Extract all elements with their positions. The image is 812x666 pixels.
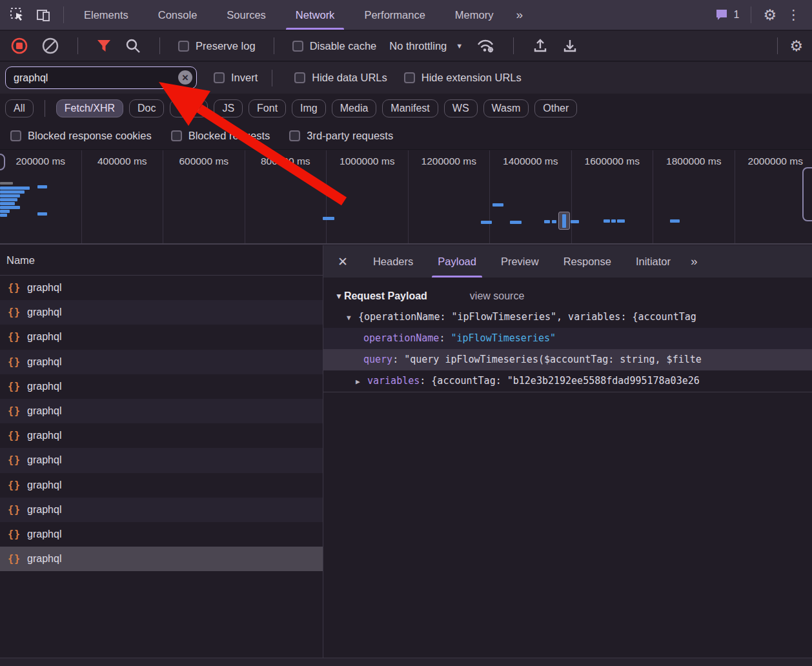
disable-cache-checkbox[interactable]: Disable cache bbox=[292, 40, 377, 52]
preserve-log-checkbox[interactable]: Preserve log bbox=[178, 40, 256, 52]
clear-network-log-icon[interactable] bbox=[41, 37, 59, 55]
throttling-select[interactable]: No throttling ▼ bbox=[389, 40, 463, 52]
detail-tab-payload[interactable]: Payload bbox=[425, 245, 489, 278]
chip-ws[interactable]: WS bbox=[444, 99, 478, 117]
collapse-triangle-icon[interactable]: ▼ bbox=[335, 292, 343, 301]
blocked-requests-checkbox[interactable]: Blocked requests bbox=[171, 130, 270, 142]
checkbox-icon[interactable] bbox=[214, 72, 225, 83]
filter-funnel-icon[interactable] bbox=[96, 39, 112, 53]
overview-handle-left[interactable] bbox=[0, 154, 5, 170]
tab-console[interactable]: Console bbox=[143, 0, 212, 30]
tab-sources[interactable]: Sources bbox=[212, 0, 281, 30]
detail-tab-initiator[interactable]: Initiator bbox=[624, 245, 683, 278]
overview-handle-right[interactable] bbox=[802, 167, 812, 221]
filter-input[interactable] bbox=[5, 66, 197, 89]
import-har-icon[interactable] bbox=[532, 37, 549, 54]
tab-memory[interactable]: Memory bbox=[440, 0, 509, 30]
request-row[interactable]: {}graphql bbox=[0, 473, 323, 498]
divider bbox=[777, 37, 778, 54]
checkbox-icon[interactable] bbox=[171, 130, 182, 141]
payload-row[interactable]: query: "query ipFlowTimeseries($accountT… bbox=[323, 349, 812, 370]
chip-font[interactable]: Font bbox=[249, 99, 286, 117]
disable-cache-label: Disable cache bbox=[310, 40, 377, 52]
request-bar bbox=[544, 220, 550, 223]
throttling-value: No throttling bbox=[389, 40, 447, 52]
request-bar bbox=[37, 212, 47, 216]
request-row[interactable]: {}graphql bbox=[0, 498, 323, 522]
payload-row[interactable]: operationName: "ipFlowTimeseries" bbox=[323, 328, 812, 349]
tab-network[interactable]: Network bbox=[281, 0, 350, 30]
request-row[interactable]: {}graphql bbox=[0, 522, 323, 547]
request-name: graphql bbox=[27, 405, 61, 417]
chip-media[interactable]: Media bbox=[332, 99, 377, 117]
request-row[interactable]: {}graphql bbox=[0, 325, 323, 349]
divider bbox=[751, 6, 751, 23]
chip-other[interactable]: Other bbox=[534, 99, 577, 117]
checkbox-icon[interactable] bbox=[294, 72, 305, 83]
payload-view: ▼ Request Payload view source ▼{operatio… bbox=[323, 278, 812, 658]
chip-js[interactable]: JS bbox=[214, 99, 243, 117]
hide-data-urls-checkbox[interactable]: Hide data URLs bbox=[294, 72, 387, 84]
request-row[interactable]: {}graphql bbox=[0, 547, 323, 571]
issues-message-icon[interactable] bbox=[714, 7, 729, 23]
checkbox-icon[interactable] bbox=[178, 41, 189, 52]
checkbox-icon[interactable] bbox=[289, 130, 300, 141]
payload-row[interactable]: ▼{operationName: "ipFlowTimeseries", var… bbox=[323, 307, 812, 328]
record-network-log-icon[interactable] bbox=[10, 37, 28, 55]
devtools-window: ElementsConsoleSourcesNetworkPerformance… bbox=[0, 0, 812, 666]
chip-fetch-xhr[interactable]: Fetch/XHR bbox=[56, 99, 123, 117]
chip-all[interactable]: All bbox=[5, 99, 34, 117]
checkbox-icon[interactable] bbox=[10, 130, 21, 141]
more-detail-tabs-icon[interactable]: » bbox=[683, 254, 704, 268]
view-source-link[interactable]: view source bbox=[470, 290, 524, 302]
detail-tab-headers[interactable]: Headers bbox=[361, 245, 425, 278]
expander-triangle-icon[interactable]: ▶ bbox=[356, 371, 367, 392]
checkbox-icon[interactable] bbox=[404, 72, 415, 83]
timeline-ruler: 200000 ms400000 ms600000 ms800000 ms1000… bbox=[0, 150, 812, 243]
request-name: graphql bbox=[27, 529, 61, 540]
name-column-header[interactable]: Name bbox=[0, 245, 323, 276]
third-party-requests-checkbox[interactable]: 3rd-party requests bbox=[289, 130, 393, 142]
network-overview-timeline[interactable]: 200000 ms400000 ms600000 ms800000 ms1000… bbox=[0, 150, 812, 245]
request-row[interactable]: {}graphql bbox=[0, 448, 323, 472]
blocked-response-cookies-checkbox[interactable]: Blocked response cookies bbox=[10, 130, 152, 142]
more-menu-icon[interactable]: ⋮ bbox=[783, 7, 804, 23]
export-har-icon[interactable] bbox=[562, 37, 578, 54]
inspect-element-icon[interactable] bbox=[9, 6, 26, 23]
request-row[interactable]: {}graphql bbox=[0, 399, 323, 423]
request-payload-title: Request Payload bbox=[344, 290, 427, 302]
search-icon[interactable] bbox=[125, 37, 141, 54]
divider bbox=[77, 37, 78, 54]
invert-checkbox[interactable]: Invert bbox=[214, 72, 258, 84]
chip-img[interactable]: Img bbox=[292, 99, 326, 117]
code-segment: : {accountTag: "b12e3b2192ee5588fdad9951… bbox=[420, 375, 699, 387]
payload-row[interactable]: ▶variables: {accountTag: "b12e3b2192ee55… bbox=[323, 370, 812, 392]
network-conditions-icon[interactable] bbox=[476, 38, 495, 54]
chip-doc[interactable]: Doc bbox=[129, 99, 164, 117]
network-settings-icon[interactable]: ⚙ bbox=[789, 39, 803, 54]
chip-css[interactable]: CSS bbox=[170, 99, 208, 117]
request-row[interactable]: {}graphql bbox=[0, 300, 323, 325]
code-segment: : bbox=[439, 332, 451, 344]
device-toolbar-icon[interactable] bbox=[35, 6, 52, 23]
request-row[interactable]: {}graphql bbox=[0, 350, 323, 374]
chip-manifest[interactable]: Manifest bbox=[382, 99, 438, 117]
chip-wasm[interactable]: Wasm bbox=[483, 99, 529, 117]
clear-input-icon[interactable]: ✕ bbox=[178, 70, 192, 85]
request-row[interactable]: {}graphql bbox=[0, 374, 323, 399]
json-icon: {} bbox=[8, 282, 21, 294]
detail-tab-response[interactable]: Response bbox=[551, 245, 624, 278]
tab-elements[interactable]: Elements bbox=[69, 0, 143, 30]
timeline-tick: 1200000 ms bbox=[409, 150, 491, 243]
more-panels-icon[interactable]: » bbox=[508, 8, 529, 22]
detail-tab-preview[interactable]: Preview bbox=[489, 245, 551, 278]
expander-triangle-icon[interactable]: ▼ bbox=[347, 307, 358, 328]
checkbox-icon[interactable] bbox=[292, 41, 303, 52]
hide-extension-urls-checkbox[interactable]: Hide extension URLs bbox=[404, 72, 522, 84]
close-icon[interactable]: ✕ bbox=[323, 254, 361, 269]
tab-performance[interactable]: Performance bbox=[349, 0, 440, 30]
request-row[interactable]: {}graphql bbox=[0, 276, 323, 300]
settings-icon[interactable]: ⚙ bbox=[763, 8, 776, 23]
network-toolbar: Preserve log Disable cache No throttling… bbox=[0, 31, 812, 61]
request-row[interactable]: {}graphql bbox=[0, 423, 323, 448]
